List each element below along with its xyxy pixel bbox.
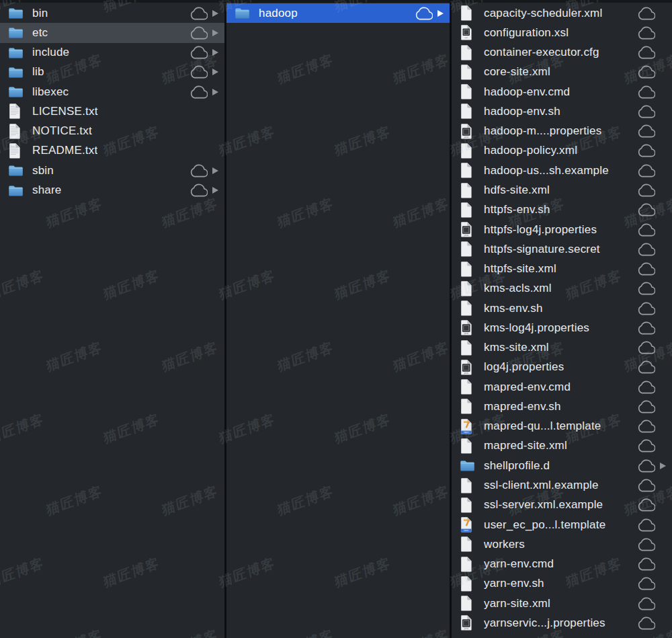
folder-icon <box>8 46 25 59</box>
item-label: configuration.xsl <box>484 26 569 40</box>
file-row-hadoop-env-cmd[interactable]: hadoop-env.cmd <box>452 82 672 102</box>
file-row-kms-acls-xml[interactable]: kms-acls.xml <box>452 279 672 298</box>
file-row-kms-site-xml[interactable]: kms-site.xml <box>452 338 672 358</box>
file-row-mapred-site-xml[interactable]: mapred-site.xml <box>452 436 672 456</box>
folder-row-bin[interactable]: bin <box>0 3 224 23</box>
icloud-status-icon <box>638 439 655 452</box>
icloud-status-icon <box>638 65 659 79</box>
file-row-yarn-env-cmd[interactable]: yarn-env.cmd <box>452 554 672 573</box>
file-row-notice-txt[interactable]: NOTICE.txt <box>0 122 224 141</box>
xsl-document-icon: xsl <box>460 24 476 41</box>
file-row-yarn-env-sh[interactable]: yarn-env.sh <box>452 574 672 594</box>
file-row-readme-txt[interactable]: README.txt <box>0 141 224 161</box>
file-row-httpfs-env-sh[interactable]: httpfs-env.sh <box>452 200 672 220</box>
icloud-status-icon <box>190 85 208 99</box>
document-icon <box>460 241 476 257</box>
file-row-yarnservic-j-properties[interactable]: JAVAyarnservic...j.properties <box>452 613 672 633</box>
file-row-container-executor-cfg[interactable]: container-executor.cfg <box>452 43 672 63</box>
icloud-status-icon <box>638 302 655 315</box>
file-row-kms-env-sh[interactable]: kms-env.sh <box>452 298 672 318</box>
file-row-license-txt[interactable]: LICENSE.txt <box>0 102 224 121</box>
java-properties-icon: JAVA <box>460 319 476 336</box>
folder-row-lib[interactable]: lib <box>0 63 224 82</box>
item-label: NOTICE.txt <box>32 124 92 138</box>
file-row-mapred-env-sh[interactable]: mapred-env.sh <box>452 397 672 416</box>
document-icon <box>460 5 476 22</box>
file-row-hadoop-env-sh[interactable]: hadoop-env.sh <box>452 102 672 121</box>
document-icon <box>460 162 476 179</box>
icloud-status-icon <box>190 65 208 79</box>
folder-row-etc[interactable]: etc <box>0 23 224 42</box>
item-label: workers <box>484 538 525 551</box>
file-row-ssl-server-xml-example[interactable]: ssl-server.xml.example <box>452 495 672 515</box>
directory-contents-column[interactable]: capacity-scheduler.xmlxslconfiguration.x… <box>452 0 672 638</box>
svg-text:JAVA: JAVA <box>463 628 469 631</box>
folder-row-shellprofile-d[interactable]: shellprofile.d <box>452 456 672 475</box>
icloud-status-icon <box>638 459 659 473</box>
file-row-ssl-client-xml-example[interactable]: ssl-client.xml.example <box>452 475 672 495</box>
item-label: mapred-env.cmd <box>484 381 571 394</box>
icloud-status-icon <box>638 282 659 295</box>
file-row-capacity-scheduler-xml[interactable]: capacity-scheduler.xml <box>452 3 672 23</box>
folder-row-include[interactable]: include <box>0 43 224 63</box>
folder-row-libexec[interactable]: libexec <box>0 82 224 102</box>
svg-text:html: html <box>464 431 468 434</box>
parent-directory-column[interactable]: binetcincludeliblibexecLICENSE.txtNOTICE… <box>0 0 224 638</box>
file-row-httpfs-signature-secret[interactable]: httpfs-signature.secret <box>452 239 672 259</box>
chevron-right-icon <box>659 463 667 469</box>
icloud-status-icon <box>638 262 655 276</box>
icloud-status-icon <box>638 518 655 532</box>
icloud-status-icon <box>190 164 211 177</box>
file-row-yarn-site-xml[interactable]: yarn-site.xml <box>452 594 672 613</box>
icloud-status-icon <box>638 321 659 335</box>
icloud-status-icon <box>638 538 655 551</box>
icloud-status-icon <box>638 85 659 99</box>
svg-text:JAVA: JAVA <box>463 136 469 138</box>
file-row-user-ec-po-l-template[interactable]: htmluser_ec_po...l.template <box>452 515 672 534</box>
file-row-workers[interactable]: workers <box>452 534 672 554</box>
template-document-icon: html <box>460 418 476 435</box>
file-row-hadoop-m-properties[interactable]: JAVAhadoop-m....properties <box>452 122 672 141</box>
folder-icon <box>8 184 25 197</box>
icloud-status-icon <box>638 420 659 433</box>
document-icon <box>460 182 476 199</box>
selected-directory-column[interactable]: hadoop <box>226 0 450 638</box>
document-icon <box>460 143 476 159</box>
file-row-mapred-env-cmd[interactable]: mapred-env.cmd <box>452 377 672 397</box>
file-row-core-site-xml[interactable]: core-site.xml <box>452 63 672 82</box>
icloud-status-icon <box>190 184 211 197</box>
file-row-httpfs-log4j-properties[interactable]: JAVAhttpfs-log4j.properties <box>452 220 672 239</box>
icloud-status-icon <box>190 85 211 99</box>
file-row-log4j-properties[interactable]: JAVAlog4j.properties <box>452 358 672 377</box>
folder-row-hadoop[interactable]: hadoop <box>226 3 450 23</box>
file-row-hadoop-us-sh-example[interactable]: hadoop-us...sh.example <box>452 161 672 180</box>
item-label: httpfs-env.sh <box>484 203 550 216</box>
folder-row-share[interactable]: share <box>0 180 224 200</box>
document-icon <box>460 103 476 120</box>
svg-text:JAVA: JAVA <box>463 234 469 237</box>
column-divider-2[interactable] <box>450 0 452 638</box>
icloud-status-icon <box>638 577 655 590</box>
icloud-status-icon <box>638 144 659 157</box>
file-row-configuration-xsl[interactable]: xslconfiguration.xsl <box>452 23 672 42</box>
item-label: hadoop-us...sh.example <box>484 164 609 177</box>
document-icon <box>460 261 476 278</box>
column-divider-1[interactable] <box>224 0 226 638</box>
item-label: README.txt <box>32 144 97 157</box>
document-icon <box>460 595 476 612</box>
document-icon <box>460 477 476 494</box>
finder-column-view-window: binetcincludeliblibexecLICENSE.txtNOTICE… <box>0 0 672 638</box>
item-label: lib <box>32 65 44 79</box>
file-row-mapred-qu-l-template[interactable]: htmlmapred-qu...l.template <box>452 417 672 436</box>
folder-row-sbin[interactable]: sbin <box>0 161 224 180</box>
file-row-hadoop-policy-xml[interactable]: hadoop-policy.xml <box>452 141 672 161</box>
file-row-httpfs-site-xml[interactable]: httpfs-site.xml <box>452 259 672 278</box>
folder-icon <box>8 85 25 98</box>
java-properties-icon: JAVA <box>460 123 476 140</box>
icloud-status-icon <box>638 557 655 571</box>
icloud-status-icon <box>638 203 655 216</box>
file-row-kms-log4j-properties[interactable]: JAVAkms-log4j.properties <box>452 318 672 337</box>
file-row-hdfs-site-xml[interactable]: hdfs-site.xml <box>452 180 672 200</box>
chevron-right-icon <box>212 167 218 174</box>
icloud-status-icon <box>638 184 659 197</box>
